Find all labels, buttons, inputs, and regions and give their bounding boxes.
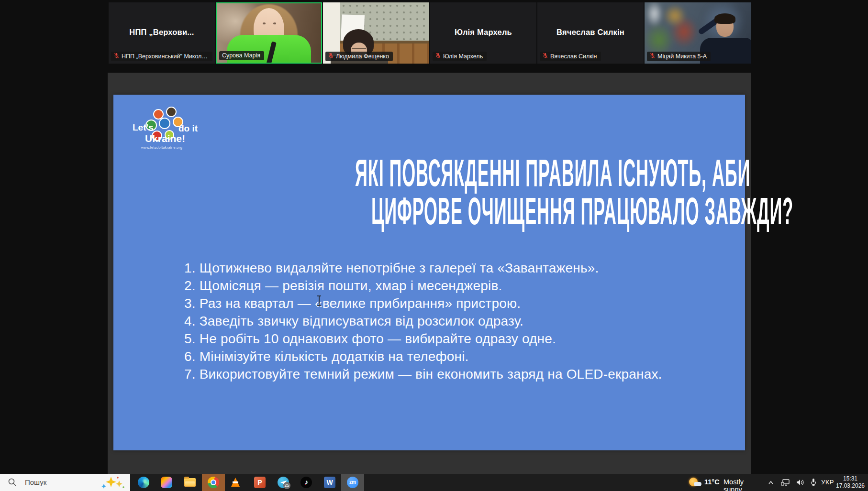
windows-taskbar: Пошук P 25 ♪ W zm 11°C Mo bbox=[0, 474, 868, 491]
chrome-icon[interactable] bbox=[208, 477, 219, 488]
participant-tile[interactable]: Вячеслав Силкін Вячеслав Силкін bbox=[537, 2, 644, 64]
slide-rules-list: 1. Щотижнево видаляйте непотрібне з гале… bbox=[184, 259, 662, 383]
participant-filmstrip: НПП „Верхови... НПП „Верховинський" Мико… bbox=[109, 2, 751, 64]
rule-item: 7. Використовуйте темний режим — він еко… bbox=[184, 365, 662, 383]
clock-date: 17.03.2026 bbox=[835, 482, 866, 490]
rule-item: 3. Раз на квартал — «велике прибирання» … bbox=[184, 295, 662, 312]
participant-display-name: НПП „Верхови... bbox=[109, 28, 215, 37]
clock-time: 15:31 bbox=[835, 475, 866, 482]
muted-mic-icon bbox=[328, 53, 334, 60]
tiktok-icon[interactable]: ♪ bbox=[300, 477, 312, 488]
search-label: Пошук bbox=[25, 478, 46, 486]
word-icon[interactable]: W bbox=[324, 477, 335, 488]
logo-text: do it bbox=[178, 123, 198, 134]
weather-cloud-icon bbox=[694, 482, 701, 486]
search-highlights-sparkle-icon[interactable] bbox=[100, 476, 127, 491]
messenger-notification-badge: 25 bbox=[283, 482, 290, 489]
taskbar-clock[interactable]: 15:31 17.03.2026 bbox=[835, 475, 866, 490]
logo-text: Ukraine! bbox=[145, 133, 185, 144]
participant-name-label: Сурова Марія bbox=[219, 51, 264, 60]
muted-mic-icon bbox=[435, 53, 441, 60]
keyboard-language-indicator[interactable]: УКР bbox=[821, 479, 834, 486]
network-icon[interactable] bbox=[781, 478, 790, 489]
muted-mic-icon bbox=[543, 53, 548, 60]
participant-name-label: Міцай Микита 5-А bbox=[647, 52, 711, 61]
tray-overflow-chevron-icon[interactable] bbox=[767, 478, 775, 489]
powerpoint-icon[interactable]: P bbox=[254, 477, 266, 488]
rule-item: 1. Щотижнево видаляйте непотрібне з гале… bbox=[184, 259, 662, 277]
muted-mic-icon bbox=[114, 53, 119, 60]
participant-display-name: Юлія Мархель bbox=[430, 28, 536, 37]
screen-share-area: Let's do it Ukraine! www.letsdoitukraine… bbox=[108, 73, 751, 474]
slide-title-line-1: ЯКІ ПОВСЯКДЕННІ ПРАВИЛА ІСНУЮТЬ, АБИ bbox=[113, 154, 745, 192]
copilot-icon[interactable] bbox=[161, 477, 172, 488]
participant-tile[interactable]: НПП „Верхови... НПП „Верховинський" Мико… bbox=[109, 2, 215, 64]
participant-name-label: НПП „Верховинський" Микола ... bbox=[111, 52, 212, 61]
zoom-app-window: НПП „Верхови... НПП „Верховинський" Мико… bbox=[0, 0, 868, 491]
participant-name-label: Вячеслав Силкін bbox=[540, 52, 601, 61]
file-explorer-icon[interactable] bbox=[184, 478, 196, 487]
participant-tile-active-speaker[interactable]: Сурова Марія bbox=[216, 2, 322, 64]
logo-website: www.letsdoitukraine.org bbox=[141, 145, 182, 150]
muted-mic-icon bbox=[650, 53, 655, 60]
logo-face-blue bbox=[159, 118, 170, 129]
participant-name-label: Юлія Мархель bbox=[433, 52, 487, 61]
microphone-icon[interactable] bbox=[810, 478, 817, 489]
rule-item: 5. Не робіть 10 однакових фото — вибирай… bbox=[184, 330, 662, 348]
participant-name-label: Людмила Фещенко bbox=[325, 52, 393, 61]
search-icon bbox=[8, 478, 17, 489]
speaker-icon[interactable] bbox=[795, 478, 805, 489]
logo-face-dark bbox=[166, 107, 177, 117]
text-cursor bbox=[316, 295, 322, 308]
rule-item: 2. Щомісяця — ревізія пошти, хмар і месе… bbox=[184, 277, 662, 295]
presentation-slide: Let's do it Ukraine! www.letsdoitukraine… bbox=[113, 95, 745, 450]
lets-do-it-ukraine-logo: Let's do it Ukraine! www.letsdoitukraine… bbox=[133, 103, 209, 151]
edge-icon[interactable] bbox=[138, 477, 149, 488]
participant-tile[interactable]: Юлія Мархель Юлія Мархель bbox=[430, 2, 536, 64]
participant-tile[interactable]: Міцай Микита 5-А bbox=[645, 2, 751, 64]
zoom-app-icon[interactable]: zm bbox=[347, 477, 358, 488]
logo-text: Let's bbox=[133, 122, 154, 133]
rule-item: 4. Заведіть звичку відписуватися від роз… bbox=[184, 312, 662, 330]
participant-tile[interactable]: Людмила Фещенко bbox=[323, 2, 429, 64]
weather-temperature[interactable]: 11°C bbox=[704, 478, 720, 486]
slide-title-line-2: ЦИФРОВЕ ОЧИЩЕННЯ ПРАЦЮВАЛО ЗАВЖДИ? bbox=[113, 192, 745, 230]
participant-display-name: Вячеслав Силкін bbox=[537, 28, 644, 37]
rule-item: 6. Мінімізуйте кількість додатків на тел… bbox=[184, 348, 662, 365]
taskbar-search-box[interactable]: Пошук bbox=[0, 474, 130, 491]
weather-condition[interactable]: Mostly sunny bbox=[723, 478, 744, 491]
vlc-icon[interactable] bbox=[231, 478, 240, 487]
